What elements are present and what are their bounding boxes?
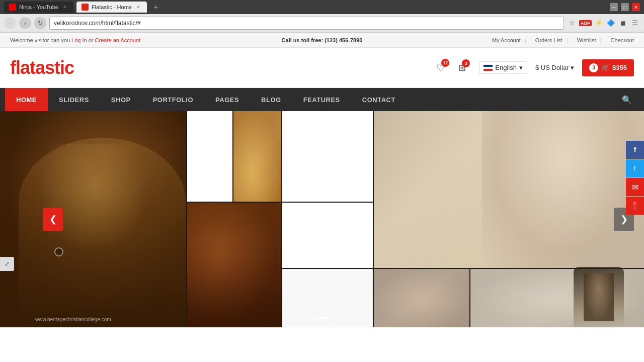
mosaic-cell-woman-center	[187, 203, 281, 327]
login-link[interactable]: Log In	[71, 37, 87, 43]
phone-label: Call us toll free:	[282, 37, 324, 43]
site-logo[interactable]: flatastic	[10, 57, 74, 78]
prev-arrow-icon: ❮	[49, 214, 57, 225]
back-button[interactable]: ‹	[4, 17, 16, 29]
top-bar-right: My Account | Orders List | Wishlist | Ch…	[426, 37, 634, 43]
browser-chrome: Ninja - YouTube ✕ Flatastic - Home ✕ + ─…	[0, 0, 644, 33]
tab-ninja[interactable]: Ninja - YouTube ✕	[4, 2, 73, 13]
tab-flatastic[interactable]: Flatastic - Home ✕	[76, 2, 147, 13]
logo-part2: astic	[35, 57, 74, 78]
top-bar-left: Welcome visitor can you Log In or Create…	[10, 37, 218, 43]
menu-button[interactable]: ☰	[630, 18, 640, 28]
extensions-icon[interactable]: ⚡	[594, 18, 604, 28]
mosaic-cell-white-1	[187, 111, 232, 202]
mosaic-cell-white-2	[282, 111, 373, 202]
share-button[interactable]: ⤢	[0, 257, 14, 271]
bookmark-star-icon[interactable]: ☆	[567, 18, 577, 28]
nav-item-sliders[interactable]: SLIDERS	[48, 88, 100, 111]
create-account-link[interactable]: Create an Account	[95, 37, 141, 43]
tab-favicon-flatastic	[82, 4, 89, 11]
email-icon: ✉	[632, 183, 638, 192]
browser-toolbar: ‹ › ↻ velikorodnov.com/html/flatastic/# …	[0, 14, 644, 32]
toolbar-actions: ☆ ABP ⚡ 🔷 ◼ ☰	[567, 18, 640, 28]
wishlist-button[interactable]: ♡ 12	[436, 62, 445, 74]
nav-item-shop[interactable]: SHOP	[100, 88, 142, 111]
address-bar[interactable]: velikorodnov.com/html/flatastic/#	[49, 17, 564, 30]
my-account-link[interactable]: My Account	[492, 37, 521, 43]
nav-item-blog[interactable]: BLOG	[250, 88, 292, 111]
watermark-text: www.heritagechristiancollege.com	[35, 317, 111, 322]
adblock-badge[interactable]: ABP	[579, 20, 592, 26]
phone-number: (123) 456-7890	[325, 37, 362, 43]
currency-label: $ US Dollar	[535, 64, 569, 71]
dot-3[interactable]	[330, 317, 334, 319]
currency-chevron-icon: ▾	[571, 64, 574, 71]
website-content: Welcome visitor can you Log In or Create…	[0, 33, 644, 327]
window-controls: ─ □ ✕	[610, 3, 640, 11]
slider-dots	[310, 317, 334, 319]
orders-list-link[interactable]: Orders List	[535, 37, 562, 43]
logo-part1: flat	[10, 57, 35, 78]
mosaic-cell-small-2	[374, 269, 469, 327]
pinterest-icon: 📍	[630, 201, 640, 211]
top-bar: Welcome visitor can you Log In or Create…	[0, 33, 644, 48]
dot-2[interactable]	[317, 317, 327, 319]
pinterest-button[interactable]: 📍	[626, 197, 644, 215]
compare-badge: 3	[462, 59, 470, 67]
share-icon: ⤢	[5, 260, 10, 267]
flag-icon	[484, 65, 493, 71]
currency-selector[interactable]: $ US Dollar ▾	[535, 64, 574, 71]
browser-icon-1[interactable]: 🔷	[606, 18, 616, 28]
new-tab-button[interactable]: +	[150, 2, 162, 13]
tab-close-flatastic[interactable]: ✕	[135, 4, 142, 11]
tab-favicon-ninja	[9, 4, 16, 11]
close-button[interactable]: ✕	[632, 3, 640, 11]
mosaic-cell-man	[0, 111, 186, 327]
cart-count-badge: 3	[589, 63, 598, 72]
mosaic-cell-gold	[233, 111, 281, 202]
or-text: or	[89, 37, 95, 43]
reload-button[interactable]: ↻	[34, 17, 46, 29]
facebook-button[interactable]: f	[626, 141, 644, 159]
lang-chevron-icon: ▾	[519, 64, 523, 71]
mosaic-cell-woman-right	[374, 111, 644, 268]
minimize-button[interactable]: ─	[610, 3, 618, 11]
hero-slider: ❮ ❯ www.heritagechristiancollege.com ⤢	[0, 111, 644, 327]
top-bar-center: Call us toll free: (123) 456-7890	[218, 37, 426, 43]
browser-titlebar: Ninja - YouTube ✕ Flatastic - Home ✕ + ─…	[0, 0, 644, 14]
site-header: flatastic ♡ 12 ⊞ 3 English ▾ $ US Dollar	[0, 48, 644, 88]
side-social-buttons: f 𝕥 ✉ 📍	[626, 141, 644, 215]
nav-item-home[interactable]: HOME	[5, 88, 48, 111]
tab-close-ninja[interactable]: ✕	[61, 4, 68, 11]
restore-button[interactable]: □	[621, 3, 629, 11]
wishlist-badge: 12	[441, 59, 449, 67]
header-right: ♡ 12 ⊞ 3 English ▾ $ US Dollar ▾ 3	[436, 59, 634, 76]
next-arrow-icon: ❯	[620, 214, 628, 225]
mosaic-cell-white-3	[282, 203, 373, 268]
cart-amount: $355	[612, 64, 627, 71]
nav-item-pages[interactable]: PAGES	[204, 88, 250, 111]
tab-label-ninja: Ninja - YouTube	[19, 4, 58, 10]
welcome-text: Welcome visitor can you	[10, 37, 70, 43]
language-selector[interactable]: English ▾	[479, 61, 527, 74]
slider-prev-button[interactable]: ❮	[43, 208, 63, 231]
site-navigation: HOME SLIDERS SHOP PORTFOLIO PAGES BLOG F…	[0, 88, 644, 111]
wishlist-link[interactable]: Wishlist	[577, 37, 596, 43]
nav-item-contact[interactable]: CONTACT	[351, 88, 407, 111]
decorative-person	[574, 267, 624, 327]
language-label: English	[495, 64, 517, 71]
dot-1[interactable]	[310, 317, 314, 319]
nav-item-portfolio[interactable]: PORTFOLIO	[142, 88, 204, 111]
nav-search-button[interactable]: 🔍	[615, 95, 639, 105]
browser-icon-2[interactable]: ◼	[618, 18, 628, 28]
nav-item-features[interactable]: FEATURES	[292, 88, 351, 111]
twitter-icon: 𝕥	[633, 165, 636, 172]
cart-button[interactable]: 3 🛒 $355	[582, 59, 634, 76]
checkout-link[interactable]: Checkout	[611, 37, 634, 43]
twitter-button[interactable]: 𝕥	[626, 159, 644, 177]
url-text: velikorodnov.com/html/flatastic/#	[54, 20, 141, 27]
compare-button[interactable]: ⊞ 3	[458, 62, 466, 73]
email-button[interactable]: ✉	[626, 178, 644, 196]
forward-button[interactable]: ›	[19, 17, 31, 29]
cart-icon: 🛒	[601, 64, 609, 71]
